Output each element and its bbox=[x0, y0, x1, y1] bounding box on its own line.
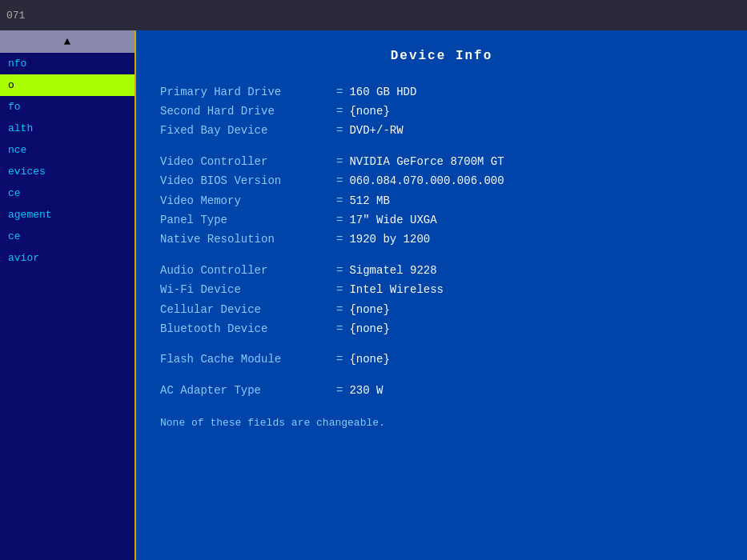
flash-cache-row: Flash Cache Module = {none} bbox=[160, 350, 723, 368]
cellular-label: Cellular Device bbox=[160, 301, 336, 318]
video-section: Video Controller = NVIDIA GeForce 8700M … bbox=[160, 153, 723, 249]
sidebar-item-ce2[interactable]: ce bbox=[0, 226, 135, 247]
eq9: = bbox=[336, 262, 343, 279]
second-hdd-row: Second Hard Drive = {none} bbox=[160, 102, 723, 120]
primary-hdd-row: Primary Hard Drive = 160 GB HDD bbox=[160, 83, 723, 101]
sidebar-item-nfo[interactable]: nfo bbox=[0, 53, 135, 74]
fixed-bay-value: DVD+/-RW bbox=[349, 122, 403, 139]
wifi-label: Wi-Fi Device bbox=[160, 281, 336, 298]
fixed-bay-row: Fixed Bay Device = DVD+/-RW bbox=[160, 122, 723, 139]
sidebar-item-agement[interactable]: agement bbox=[0, 204, 135, 226]
eq12: = bbox=[336, 320, 343, 338]
video-bios-label: Video BIOS Version bbox=[160, 172, 336, 190]
bluetooth-label: Bluetooth Device bbox=[160, 320, 336, 338]
wifi-row: Wi-Fi Device = Intel Wireless bbox=[160, 281, 723, 298]
sidebar-item-nce[interactable]: nce bbox=[0, 139, 135, 161]
bluetooth-value: {none} bbox=[349, 320, 389, 338]
cellular-row: Cellular Device = {none} bbox=[160, 301, 723, 318]
eq13: = bbox=[336, 350, 343, 368]
sidebar-scroll-up[interactable]: ▲ bbox=[0, 30, 135, 53]
primary-hdd-value: 160 GB HDD bbox=[349, 83, 416, 101]
audio-section: Audio Controller = Sigmatel 9228 Wi-Fi D… bbox=[160, 262, 723, 338]
sidebar: ▲ nfo o fo alth nce evices ce agement ce… bbox=[0, 30, 136, 560]
flash-section: Flash Cache Module = {none} bbox=[160, 350, 723, 368]
eq14: = bbox=[336, 382, 343, 399]
storage-section: Primary Hard Drive = 160 GB HDD Second H… bbox=[160, 83, 723, 140]
video-ctrl-value: NVIDIA GeForce 8700M GT bbox=[349, 153, 504, 170]
eq5: = bbox=[336, 172, 343, 190]
eq8: = bbox=[336, 230, 343, 248]
eq11: = bbox=[336, 301, 343, 318]
panel-type-row: Panel Type = 17" Wide UXGA bbox=[160, 211, 723, 229]
audio-ctrl-value: Sigmatel 9228 bbox=[349, 262, 436, 279]
ac-section: AC Adapter Type = 230 W bbox=[160, 382, 723, 399]
video-mem-value: 512 MB bbox=[349, 192, 389, 210]
eq1: = bbox=[336, 83, 343, 101]
video-bios-value: 060.084.070.000.006.000 bbox=[349, 172, 504, 190]
video-ctrl-label: Video Controller bbox=[160, 153, 336, 170]
bluetooth-row: Bluetooth Device = {none} bbox=[160, 320, 723, 338]
ac-adapter-row: AC Adapter Type = 230 W bbox=[160, 382, 723, 399]
sidebar-item-fo[interactable]: fo bbox=[0, 96, 135, 118]
audio-ctrl-label: Audio Controller bbox=[160, 262, 336, 279]
sidebar-item-alth[interactable]: alth bbox=[0, 118, 135, 139]
eq6: = bbox=[336, 192, 343, 210]
audio-ctrl-row: Audio Controller = Sigmatel 9228 bbox=[160, 262, 723, 279]
cellular-value: {none} bbox=[349, 301, 389, 318]
second-hdd-value: {none} bbox=[349, 102, 389, 120]
eq4: = bbox=[336, 153, 343, 170]
eq3: = bbox=[336, 122, 343, 139]
page-title: Device Info bbox=[160, 46, 723, 67]
ac-adapter-label: AC Adapter Type bbox=[160, 382, 336, 399]
content-panel: Device Info Primary Hard Drive = 160 GB … bbox=[136, 30, 747, 560]
sidebar-item-o[interactable]: o bbox=[0, 74, 135, 96]
sidebar-item-ce1[interactable]: ce bbox=[0, 182, 135, 204]
primary-hdd-label: Primary Hard Drive bbox=[160, 83, 336, 101]
sidebar-item-avior[interactable]: avior bbox=[0, 247, 135, 269]
eq7: = bbox=[336, 211, 343, 229]
panel-type-label: Panel Type bbox=[160, 211, 336, 229]
main-layout: ▲ nfo o fo alth nce evices ce agement ce… bbox=[0, 30, 747, 560]
native-res-label: Native Resolution bbox=[160, 230, 336, 248]
video-mem-label: Video Memory bbox=[160, 192, 336, 210]
flash-cache-label: Flash Cache Module bbox=[160, 350, 336, 368]
eq2: = bbox=[336, 102, 343, 120]
panel-type-value: 17" Wide UXGA bbox=[349, 211, 436, 229]
top-bar: 071 bbox=[0, 0, 747, 30]
sidebar-item-evices[interactable]: evices bbox=[0, 161, 135, 182]
fixed-bay-label: Fixed Bay Device bbox=[160, 122, 336, 139]
video-ctrl-row: Video Controller = NVIDIA GeForce 8700M … bbox=[160, 153, 723, 170]
footer-note: None of these fields are changeable. bbox=[160, 415, 723, 432]
native-res-value: 1920 by 1200 bbox=[349, 230, 430, 248]
ac-adapter-value: 230 W bbox=[349, 382, 383, 399]
flash-cache-value: {none} bbox=[349, 350, 389, 368]
eq10: = bbox=[336, 281, 343, 298]
native-res-row: Native Resolution = 1920 by 1200 bbox=[160, 230, 723, 248]
video-bios-row: Video BIOS Version = 060.084.070.000.006… bbox=[160, 172, 723, 190]
second-hdd-label: Second Hard Drive bbox=[160, 102, 336, 120]
top-bar-text: 071 bbox=[6, 10, 25, 22]
bios-screen: 071 ▲ nfo o fo alth nce evices ce agemen… bbox=[0, 0, 747, 560]
wifi-value: Intel Wireless bbox=[349, 281, 444, 298]
video-mem-row: Video Memory = 512 MB bbox=[160, 192, 723, 210]
